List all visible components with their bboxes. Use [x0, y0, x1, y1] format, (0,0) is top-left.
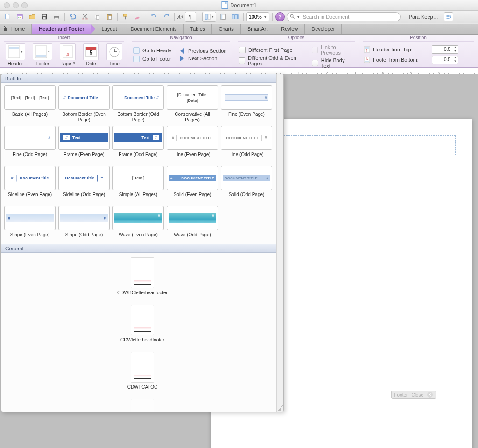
print-icon[interactable] — [51, 12, 62, 21]
gallery-view-icon[interactable] — [230, 12, 240, 21]
document-icon — [221, 1, 228, 9]
columns-icon[interactable]: ▾ — [202, 12, 216, 22]
format-painter-icon[interactable] — [120, 12, 131, 21]
go-to-header-button[interactable]: Go to Header — [133, 47, 173, 54]
gallery-item-stripe-even[interactable]: # Stripe (Even Page) — [4, 206, 56, 243]
svg-rect-5 — [20, 17, 21, 18]
tab-document-elements[interactable]: Document Elements — [124, 24, 184, 34]
resize-grip-icon[interactable] — [277, 405, 283, 411]
search-placeholder: Search in Document — [303, 14, 397, 20]
show-formatting-icon[interactable]: ¶ — [185, 12, 196, 22]
clear-formatting-icon[interactable] — [133, 12, 143, 21]
gallery-item-conservative[interactable]: [Document Title][Date] Conservative (All… — [167, 85, 218, 123]
svg-rect-26 — [232, 15, 234, 19]
close-icon[interactable]: ✕ — [427, 392, 433, 398]
header-button[interactable]: ▾ Header — [4, 43, 27, 67]
gallery-item-bottom-border-even[interactable]: #Document Title Bottom Border (Even Page… — [58, 85, 110, 123]
paste-icon[interactable] — [104, 12, 114, 21]
group-navigation: Navigation Go to Header Go to Footer Pre… — [128, 35, 234, 67]
gallery-item-basic[interactable]: [Text][Text][Text] Basic (All Pages) — [4, 85, 56, 123]
tab-tables[interactable]: Tables — [184, 24, 212, 34]
document-title: Document1 — [221, 1, 256, 9]
gallery-scrollbar[interactable] — [276, 74, 283, 412]
font-size-icon[interactable]: AA — [177, 12, 183, 21]
svg-rect-37 — [36, 55, 46, 57]
save-icon[interactable] — [39, 12, 49, 21]
gallery-item-wave-odd[interactable]: # Wave (Odd Page) — [167, 206, 218, 243]
toolbar-options-icon[interactable] — [444, 12, 453, 21]
templates-icon[interactable] — [15, 12, 25, 21]
window-minimize-button[interactable] — [13, 2, 19, 8]
stepper-icon[interactable]: ▲▼ — [452, 46, 458, 53]
hide-body-text-checkbox[interactable]: Hide Body Text — [312, 57, 354, 69]
checkbox-icon — [239, 47, 246, 53]
tab-layout[interactable]: Layout — [91, 24, 124, 34]
gallery-item-fine-even[interactable]: # Fine (Even Page) — [221, 85, 272, 123]
date-button[interactable]: 5 Date — [81, 43, 101, 67]
copy-icon[interactable] — [92, 12, 102, 21]
stepper-icon[interactable]: ▲▼ — [452, 56, 458, 64]
para-keep-label[interactable]: Para Keep… — [409, 14, 438, 20]
tab-charts[interactable]: Charts — [212, 24, 240, 34]
svg-rect-18 — [108, 16, 111, 19]
gallery-section-builtin: Built-In — [1, 74, 283, 83]
gallery-item-wave-even[interactable]: # Wave (Even Page) — [112, 206, 164, 243]
link-to-previous-checkbox[interactable]: Link to Previous — [312, 44, 354, 56]
window-titlebar: Document1 — [0, 0, 478, 11]
tab-review[interactable]: Review — [274, 24, 305, 34]
gallery-item-line-even[interactable]: #│DOCUMENT TITLE Line (Even Page) — [167, 126, 218, 163]
footer-tag-close-label: Close — [411, 392, 423, 398]
gallery-item-bottom-border-odd[interactable]: Document Title# Bottom Border (Odd Page) — [112, 85, 164, 123]
search-field[interactable]: ▼ Search in Document — [287, 12, 401, 21]
svg-rect-4 — [18, 17, 20, 18]
next-section-button[interactable]: Next Section — [179, 56, 227, 61]
gallery-item-general[interactable]: CDWletterheadfooter — [96, 305, 189, 342]
gallery-item-line-odd[interactable]: DOCUMENT TITLE│# Line (Odd Page) — [221, 126, 272, 163]
gallery-item-general[interactable]: PCAfooter — [96, 399, 189, 412]
window-zoom-button[interactable] — [21, 2, 28, 8]
zoom-selector[interactable]: 100% ▼ — [246, 12, 269, 21]
svg-rect-33 — [446, 18, 449, 19]
gallery-item-general[interactable]: CDWBCletterheadfooter — [96, 257, 189, 295]
gallery-item-solid-even[interactable]: #DOCUMENT TITLE Solid (Even Page) — [167, 166, 218, 203]
svg-rect-28 — [237, 15, 238, 19]
tab-developer[interactable]: Developer — [305, 24, 342, 34]
svg-rect-47 — [365, 47, 369, 49]
gallery-item-sideline-even[interactable]: #│Document title Sideline (Even Page) — [4, 166, 56, 203]
gallery-item-stripe-odd[interactable]: # Stripe (Odd Page) — [58, 206, 110, 243]
footer-close-tag[interactable]: Footer Close ✕ — [391, 391, 436, 399]
cut-icon[interactable] — [80, 12, 90, 21]
new-document-icon[interactable] — [3, 12, 13, 21]
gallery-item-general[interactable]: CDWPCATOC — [96, 352, 189, 390]
svg-rect-19 — [124, 14, 127, 16]
page-number-button[interactable]: # Page # — [58, 43, 77, 67]
tab-header-footer[interactable]: Header and Footer — [32, 24, 91, 34]
footer-from-bottom-input[interactable]: 0.5▲▼ — [432, 56, 458, 64]
previous-section-button[interactable]: Previous Section — [179, 48, 227, 54]
header-from-top-input[interactable]: 0.5▲▼ — [432, 45, 458, 54]
undo-history-icon[interactable] — [161, 12, 171, 21]
arrow-left-icon — [179, 48, 185, 54]
gallery-item-fine-odd[interactable]: # Fine (Odd Page) — [4, 126, 56, 163]
svg-rect-32 — [446, 16, 449, 17]
different-odd-even-checkbox[interactable]: Different Odd & Even Pages — [239, 55, 306, 66]
gallery-section-general: General — [1, 244, 283, 253]
gallery-item-simple[interactable]: [ Text ] Simple (All Pages) — [112, 166, 164, 203]
different-first-page-checkbox[interactable]: Different First Page — [239, 47, 306, 53]
help-button[interactable]: ? — [275, 12, 285, 21]
gallery-item-frame-even[interactable]: #Text Frame (Even Page) — [58, 126, 110, 163]
window-close-button[interactable] — [4, 2, 10, 8]
footer-button[interactable]: ▾ Footer — [31, 43, 54, 67]
time-button[interactable]: Time — [105, 43, 124, 67]
gallery-item-sideline-odd[interactable]: Document title│# Sideline (Odd Page) — [58, 166, 110, 203]
tab-home[interactable]: Home — [0, 24, 32, 34]
go-to-footer-button[interactable]: Go to Footer — [133, 56, 173, 62]
gallery-item-frame-odd[interactable]: Text# Frame (Odd Page) — [112, 126, 164, 163]
svg-rect-17 — [108, 14, 110, 15]
gallery-item-solid-odd[interactable]: DOCUMENT TITLE# Solid (Odd Page) — [221, 166, 272, 203]
sidebar-icon[interactable] — [218, 12, 228, 21]
redo-history-icon[interactable] — [149, 12, 159, 21]
undo-icon[interactable] — [68, 12, 78, 21]
tab-smartart[interactable]: SmartArt — [241, 24, 274, 34]
open-icon[interactable] — [27, 12, 37, 21]
